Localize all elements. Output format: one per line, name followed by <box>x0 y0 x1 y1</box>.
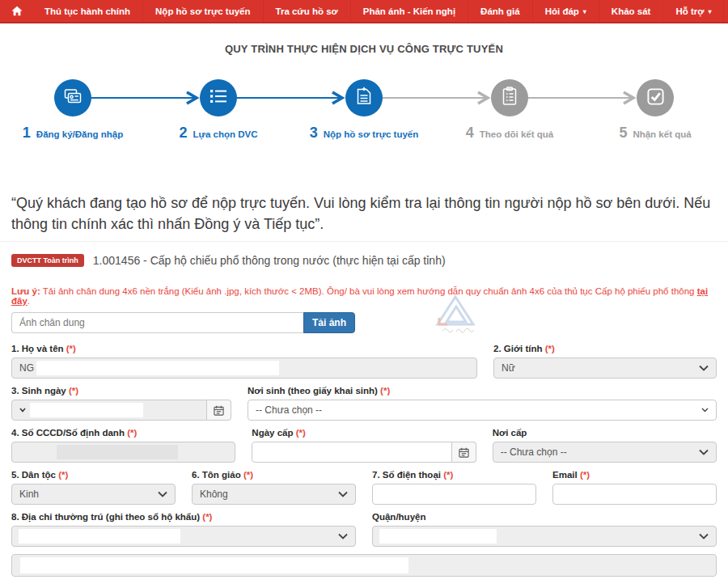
issue-date-input[interactable] <box>252 442 451 463</box>
nav-item-khao-sat[interactable]: Khảo sát <box>599 0 664 22</box>
chevron-down-icon <box>699 365 709 371</box>
permanent-address-select[interactable] <box>11 526 356 547</box>
step-1-caption: 1 Đăng ký/Đăng nhập <box>0 125 146 142</box>
id-card-icon <box>63 88 83 108</box>
service-title: 1.001456 - Cấp hộ chiếu phổ thông trong … <box>93 254 446 267</box>
chevron-down-icon: ▾ <box>583 8 586 15</box>
citizen-id-input[interactable] <box>11 442 235 463</box>
document-upload-icon <box>356 87 372 109</box>
nav-item-danh-gia[interactable]: Đánh giá <box>468 0 533 22</box>
chevron-down-icon: ▾ <box>708 8 711 15</box>
check-icon <box>646 87 665 109</box>
field-label: 8. Địa chỉ thường trú (ghi theo sổ hộ kh… <box>11 512 356 522</box>
chevron-down-icon <box>158 491 167 497</box>
calendar-icon[interactable] <box>452 442 476 463</box>
gender-select[interactable]: Nữ <box>493 357 717 379</box>
religion-select[interactable]: Không <box>192 484 356 505</box>
field-label: 2. Giới tính (*) <box>493 344 717 353</box>
portrait-photo-input[interactable] <box>11 312 303 333</box>
list-icon <box>210 88 227 108</box>
email-input[interactable] <box>552 484 717 505</box>
nav-item-thu-tuc-hanh-chinh[interactable]: Thủ tục hành chính <box>32 0 143 22</box>
clipboard-icon <box>502 87 518 109</box>
step-3-circle <box>345 79 383 116</box>
photo-upload-group: Tải ảnh <box>11 312 355 333</box>
field-label: 1. Họ và tên (*) <box>11 344 477 353</box>
district-select[interactable] <box>372 526 717 547</box>
nav-item-ho-tro[interactable]: Hỗ trợ▾ <box>663 0 724 22</box>
step-1-circle <box>54 79 91 116</box>
field-label: Ngày cấp (*) <box>252 428 476 438</box>
full-name-input[interactable]: NG <box>11 357 477 379</box>
instruction-quote: “Quý khách đang tạo hồ sơ để nộp trực tu… <box>11 193 717 235</box>
redaction <box>20 557 408 573</box>
step-2-circle <box>200 79 237 116</box>
step-4-circle <box>491 79 528 116</box>
step-5-circle <box>637 79 674 116</box>
upload-photo-button[interactable]: Tải ảnh <box>303 312 355 333</box>
nav-item-hoi-dap[interactable]: Hỏi đáp▾ <box>533 0 599 22</box>
redaction <box>19 529 180 544</box>
page: Thủ tục hành chính Nộp hồ sơ trực tuyến … <box>0 0 728 588</box>
ethnicity-select[interactable]: Kinh <box>11 484 176 505</box>
step-3-caption: 3 Nộp hồ sơ trực tuyến <box>291 125 437 142</box>
redaction <box>379 529 497 544</box>
photo-note: Lưu ý: Tải ảnh chân dung 4x6 nền trắng (… <box>11 286 717 306</box>
chevron-down-icon <box>338 491 348 497</box>
full-address-input[interactable] <box>11 554 717 577</box>
divider <box>0 241 728 242</box>
calendar-icon[interactable] <box>207 400 231 421</box>
chevron-down-icon <box>338 533 348 539</box>
dvctt-badge: DVCTT Toàn trình <box>11 254 84 267</box>
field-label: Email (*) <box>552 470 717 480</box>
chevron-down-icon <box>701 408 709 412</box>
issue-place-select[interactable]: -- Chưa chọn -- <box>493 442 717 463</box>
chevron-down-icon <box>699 533 709 539</box>
nav-item-tra-cuu-ho-so[interactable]: Tra cứu hồ sơ <box>264 0 351 22</box>
process-title: QUY TRÌNH THỰC HIỆN DỊCH VỤ CÔNG TRỰC TU… <box>0 43 728 55</box>
home-icon[interactable] <box>0 0 32 22</box>
nav-item-nop-ho-so-truc-tuyen[interactable]: Nộp hồ sơ trực tuyến <box>143 0 263 22</box>
redaction <box>30 403 143 417</box>
birth-date-input[interactable] <box>11 400 207 421</box>
application-form: 1. Họ và tên (*) NG 2. Giới tính (*) Nữ … <box>11 344 717 588</box>
field-label: 5. Dân tộc (*) <box>11 470 176 480</box>
redaction <box>36 361 279 375</box>
field-label: 6. Tôn giáo (*) <box>192 470 356 480</box>
nav-item-phan-anh-kien-nghi[interactable]: Phản ánh - Kiến nghị <box>351 0 468 22</box>
service-header: DVCTT Toàn trình 1.001456 - Cấp hộ chiếu… <box>11 254 717 267</box>
field-label: 3. Sinh ngày (*) <box>11 386 231 396</box>
phone-input[interactable] <box>372 484 536 505</box>
birth-place-select[interactable]: -- Chưa chọn -- <box>248 400 717 421</box>
step-5-caption: 5 Nhận kết quả <box>582 125 728 142</box>
top-nav: Thủ tục hành chính Nộp hồ sơ trực tuyến … <box>0 0 728 23</box>
step-2-caption: 2 Lựa chọn DVC <box>146 125 291 142</box>
process-steps: 1 Đăng ký/Đăng nhập 2 Lựa chọn DVC 3 Nộp… <box>0 79 728 142</box>
field-label: 4. Số CCCD/Số định danh (*) <box>11 428 235 438</box>
chevron-down-icon <box>699 449 709 455</box>
field-label: Quận/huyện <box>372 512 717 522</box>
chevron-down-icon <box>19 408 26 412</box>
redaction <box>57 445 178 459</box>
field-label: 7. Số điện thoại (*) <box>372 470 536 480</box>
step-4-caption: 4 Theo dõi kết quả <box>437 125 582 142</box>
field-label: Nơi sinh (theo giấy khai sinh) (*) <box>248 386 717 396</box>
field-label: Nơi cấp <box>493 428 717 438</box>
